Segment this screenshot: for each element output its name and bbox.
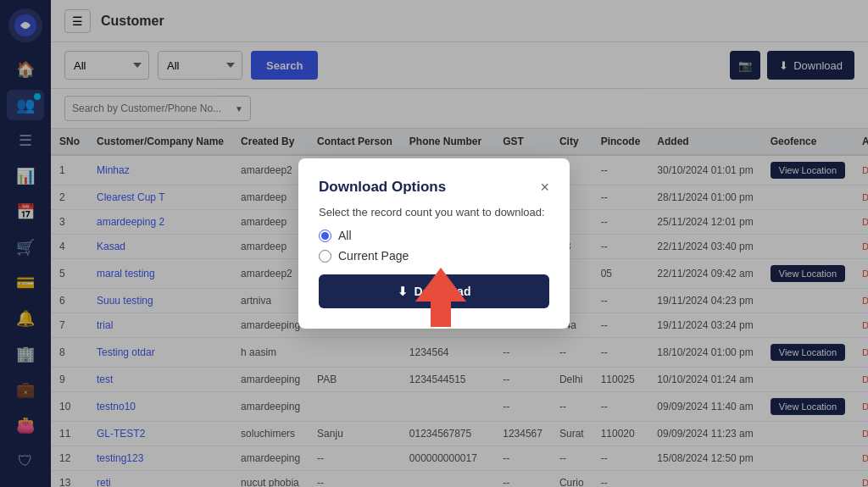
modal-overlay: Download Options × Select the record cou… xyxy=(0,0,868,487)
radio-current-page[interactable] xyxy=(319,250,331,263)
download-options-modal: Download Options × Select the record cou… xyxy=(298,158,570,329)
modal-close-button[interactable]: × xyxy=(540,180,549,195)
modal-title: Download Options xyxy=(319,179,446,196)
modal-header: Download Options × xyxy=(319,179,549,196)
radio-all-label: All xyxy=(338,229,352,242)
modal-body: Select the record count you want to down… xyxy=(319,206,549,263)
modal-download-button[interactable]: ⬇ Download xyxy=(319,274,549,308)
modal-download-icon: ⬇ xyxy=(398,285,408,298)
radio-option-page[interactable]: Current Page xyxy=(319,249,549,263)
radio-option-all[interactable]: All xyxy=(319,229,549,242)
modal-download-label: Download xyxy=(415,285,471,298)
radio-all[interactable] xyxy=(319,230,331,242)
radio-page-label: Current Page xyxy=(338,249,409,263)
modal-description: Select the record count you want to down… xyxy=(319,206,549,219)
